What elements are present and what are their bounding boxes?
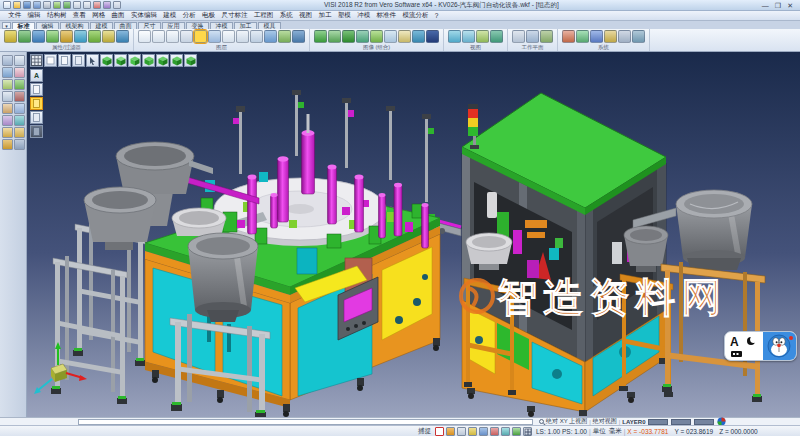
zoom-fit-icon[interactable] — [448, 30, 461, 43]
background-icon[interactable] — [412, 30, 425, 43]
menu-mesh[interactable]: 网格 — [89, 11, 108, 20]
select-tool-icon[interactable] — [2, 55, 13, 66]
menu-modeling[interactable]: 建模 — [160, 11, 179, 20]
system-grid-icon[interactable] — [576, 30, 589, 43]
tab-collapse-button[interactable]: ▾ — [2, 22, 11, 29]
delete-icon[interactable] — [93, 1, 101, 9]
tab-transform[interactable]: 变换 — [186, 22, 209, 29]
tab-mould[interactable]: 模具 — [258, 22, 281, 29]
layer-lock-icon[interactable] — [222, 30, 235, 43]
print-icon[interactable] — [43, 1, 51, 9]
pan-icon[interactable] — [476, 30, 489, 43]
system-calc-icon[interactable] — [618, 30, 631, 43]
snap-midpoint-icon[interactable] — [457, 427, 466, 436]
new-file-icon[interactable] — [3, 1, 11, 9]
layer-hide-icon[interactable] — [180, 30, 193, 43]
system-palette-icon[interactable] — [562, 30, 575, 43]
menu-drawing[interactable]: 工程图 — [251, 11, 277, 20]
palette-tool-icon[interactable] — [2, 139, 13, 150]
view-menu-grid-icon[interactable] — [30, 54, 43, 67]
settings-icon[interactable] — [103, 1, 111, 9]
system-macro-icon[interactable] — [604, 30, 617, 43]
menu-view[interactable]: 查看 — [70, 11, 89, 20]
filter-solid-icon[interactable] — [88, 30, 101, 43]
refresh-icon[interactable] — [512, 427, 521, 436]
tab-wireframe[interactable]: 线架构 — [60, 22, 89, 29]
layer-page-icon[interactable] — [30, 83, 43, 96]
save-icon[interactable] — [23, 1, 31, 9]
menu-mould[interactable]: 塑模 — [335, 11, 354, 20]
snap-tool-icon[interactable] — [14, 91, 25, 102]
menu-flow-analysis[interactable]: 模流分析 — [399, 11, 431, 20]
tab-application[interactable]: 应用 — [162, 22, 185, 29]
hidden-line-icon[interactable] — [342, 30, 355, 43]
pointer-tool-icon[interactable] — [2, 91, 13, 102]
pan-hand-icon[interactable] — [2, 103, 13, 114]
view-left-icon[interactable] — [156, 54, 169, 67]
menu-file[interactable]: 文件 — [5, 11, 24, 20]
layer-copy-icon[interactable] — [250, 30, 263, 43]
layer-list-icon[interactable] — [152, 30, 165, 43]
menu-help[interactable]: ? — [432, 12, 442, 19]
attribute-color-icon[interactable] — [4, 30, 17, 43]
layer-visible-icon[interactable] — [166, 30, 179, 43]
color-swatch-2[interactable] — [671, 419, 691, 425]
snap-center-icon[interactable] — [468, 427, 477, 436]
filter-mesh-icon[interactable] — [102, 30, 115, 43]
check-tool-icon[interactable] — [14, 79, 25, 90]
point-tool-icon[interactable] — [2, 79, 13, 90]
brush-tool-icon[interactable] — [2, 115, 13, 126]
view-right-icon[interactable] — [142, 54, 155, 67]
filter-curve-icon[interactable] — [60, 30, 73, 43]
menu-system[interactable]: 系统 — [277, 11, 296, 20]
light-icon[interactable] — [398, 30, 411, 43]
snap-tangent-icon[interactable] — [490, 427, 499, 436]
workplane-reset-icon[interactable] — [540, 30, 553, 43]
system-info-icon[interactable] — [632, 30, 645, 43]
view-top-icon[interactable] — [114, 54, 127, 67]
menu-edit[interactable]: 编辑 — [24, 11, 43, 20]
snap-grid-icon[interactable] — [435, 427, 444, 436]
pencil-tool-icon[interactable] — [2, 127, 13, 138]
tab-modeling[interactable]: 建模 — [90, 22, 113, 29]
menu-standard-parts[interactable]: 标准件 — [373, 11, 399, 20]
layer-manager-icon[interactable] — [292, 30, 305, 43]
page-tool-icon[interactable] — [14, 103, 25, 114]
menu-analysis[interactable]: 分析 — [180, 11, 199, 20]
tab-machining[interactable]: 加工 — [234, 22, 257, 29]
transparency-icon[interactable] — [356, 30, 369, 43]
layer-freeze-icon[interactable] — [208, 30, 221, 43]
menu-electrode[interactable]: 电极 — [199, 11, 218, 20]
snap-label[interactable]: 捕捉 — [418, 427, 431, 436]
units-value[interactable]: 毫米 — [609, 427, 622, 436]
trim-tool-icon[interactable] — [14, 55, 25, 66]
erase-tool-icon[interactable] — [14, 67, 25, 78]
view-shaded-icon[interactable] — [44, 54, 57, 67]
menu-surface[interactable]: 曲面 — [108, 11, 127, 20]
menu-progress[interactable]: 冲模 — [354, 11, 373, 20]
annotation-a-icon[interactable]: A — [30, 69, 43, 82]
dropdown-caret-icon[interactable] — [113, 1, 121, 9]
measure-tool-icon[interactable] — [2, 67, 13, 78]
render-icon[interactable] — [384, 30, 397, 43]
view-pointer-icon[interactable] — [86, 54, 99, 67]
active-layer-indicator[interactable]: LAYER0 — [622, 419, 645, 425]
ime-language-bar[interactable]: A — [724, 331, 797, 361]
section-view-icon[interactable] — [370, 30, 383, 43]
fill-tool-icon[interactable] — [14, 115, 25, 126]
tab-die[interactable]: 冲模 — [210, 22, 233, 29]
open-file-icon[interactable] — [13, 1, 21, 9]
minimize-button[interactable]: — — [762, 1, 769, 10]
attribute-layer-icon[interactable] — [18, 30, 31, 43]
tab-dimension[interactable]: 尺寸 — [138, 22, 161, 29]
color-swatch-1[interactable] — [648, 419, 668, 425]
snap-endpoint-icon[interactable] — [446, 427, 455, 436]
wireframe-view-icon[interactable] — [328, 30, 341, 43]
import-icon[interactable] — [53, 1, 61, 9]
redo-icon[interactable] — [83, 1, 91, 9]
system-options-icon[interactable] — [590, 30, 603, 43]
view-config-icon[interactable] — [30, 125, 43, 138]
scale-indicator[interactable]: LS: 1.00 PS: 1.00 — [536, 428, 587, 435]
undo-icon[interactable] — [73, 1, 81, 9]
view-page-icon[interactable] — [58, 54, 71, 67]
